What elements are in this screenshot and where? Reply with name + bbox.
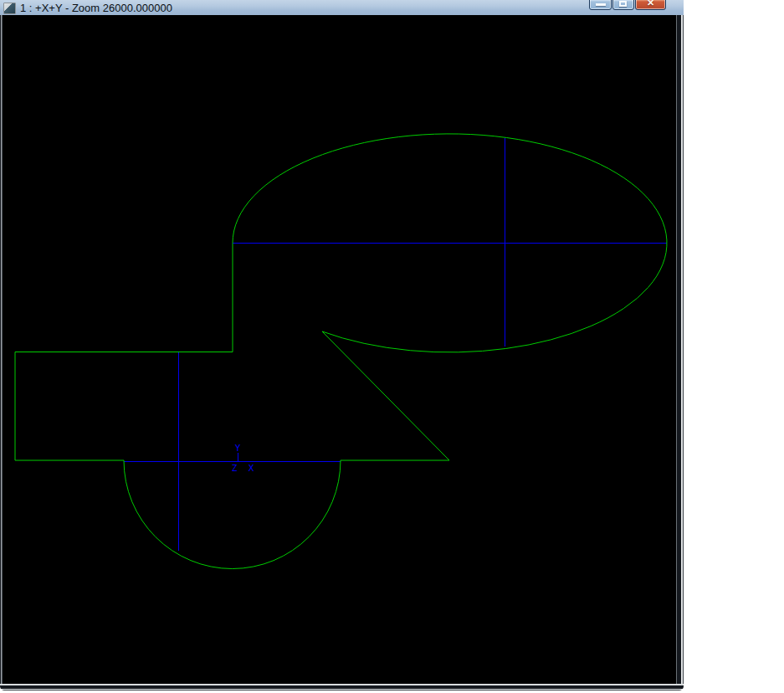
window-title: 1 : +X+Y - Zoom 26000.000000 xyxy=(20,1,172,15)
close-button[interactable]: ✕ xyxy=(635,0,666,10)
axis-label-x: X xyxy=(249,463,254,474)
axis-label-y: Y xyxy=(235,443,241,454)
maximize-icon xyxy=(619,1,627,7)
app-window: 1 : +X+Y - Zoom 26000.000000 ✕ xyxy=(0,0,684,690)
minimize-icon xyxy=(596,3,606,6)
window-border-bottom[interactable] xyxy=(0,684,684,690)
application-icon xyxy=(3,3,16,14)
axis-label-z: Z xyxy=(232,463,238,474)
titlebar[interactable]: 1 : +X+Y - Zoom 26000.000000 ✕ xyxy=(0,0,684,16)
maximize-button[interactable] xyxy=(612,0,634,10)
viewport-background xyxy=(3,15,676,684)
window-border-right[interactable] xyxy=(676,15,684,684)
close-icon: ✕ xyxy=(636,0,665,8)
desktop-background: 1 : +X+Y - Zoom 26000.000000 ✕ xyxy=(0,0,784,693)
minimize-button[interactable] xyxy=(589,0,612,10)
cad-viewport[interactable]: Y Z X xyxy=(3,15,676,684)
